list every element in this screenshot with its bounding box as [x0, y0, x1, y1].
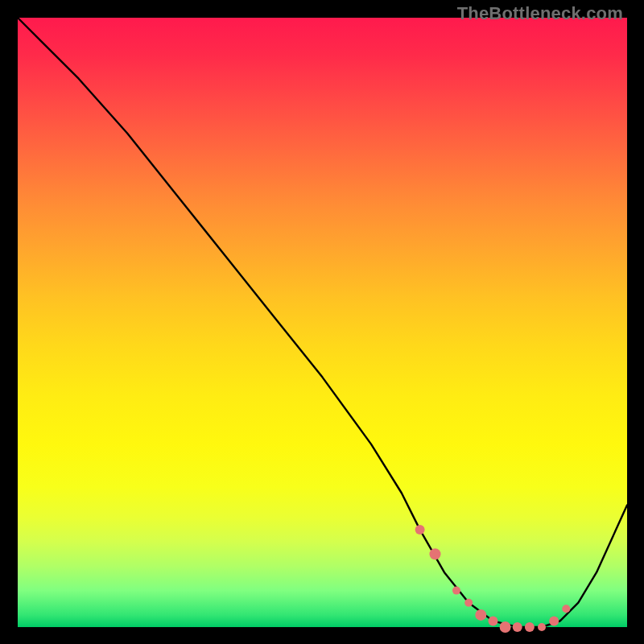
highlight-dot: [489, 616, 498, 625]
highlight-dot: [415, 525, 425, 535]
plot-area: [18, 18, 627, 627]
bottleneck-curve: [18, 18, 627, 627]
curve-svg: [18, 18, 627, 627]
watermark-text: TheBottleneck.com: [457, 3, 623, 24]
highlight-dot: [464, 599, 473, 607]
highlight-dot: [549, 616, 559, 625]
highlight-dot: [538, 623, 546, 631]
chart-frame: TheBottleneck.com: [0, 0, 644, 644]
highlight-dots: [415, 525, 571, 633]
highlight-dot: [513, 622, 522, 632]
highlight-dot: [430, 548, 441, 559]
highlight-dot: [500, 621, 511, 633]
highlight-dot: [525, 622, 535, 632]
highlight-dot: [452, 587, 460, 595]
highlight-dot: [562, 605, 570, 613]
highlight-dot: [475, 609, 486, 621]
